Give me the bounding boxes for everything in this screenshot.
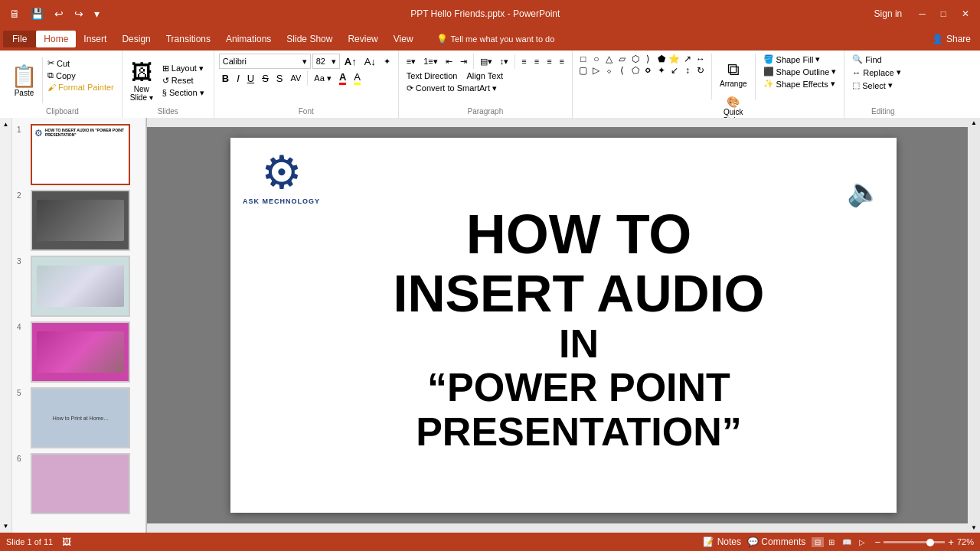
align-text-button[interactable]: Align Text bbox=[463, 70, 506, 81]
highlight-color-button[interactable]: A bbox=[351, 70, 364, 86]
decrease-indent-button[interactable]: ⇤ bbox=[443, 56, 456, 67]
customize-qat-icon[interactable]: ▾ bbox=[91, 6, 103, 21]
sign-in-link[interactable]: Sign in bbox=[868, 7, 909, 21]
menu-animations[interactable]: Animations bbox=[218, 31, 279, 47]
shape-diag-arrow[interactable]: ↗ bbox=[681, 54, 694, 64]
panel-scroll-up[interactable]: ▲ bbox=[0, 118, 11, 128]
layout-button[interactable]: ⊞ Layout ▾ bbox=[159, 63, 207, 74]
align-right-button[interactable]: ≡ bbox=[544, 56, 554, 67]
tell-me-text[interactable]: Tell me what you want to do bbox=[451, 34, 555, 44]
numbering-button[interactable]: 1≡▾ bbox=[420, 56, 441, 67]
menu-transitions[interactable]: Transitions bbox=[158, 31, 218, 47]
shape-effects-button[interactable]: ✨ Shape Effects ▾ bbox=[760, 78, 840, 90]
shape-chevron-l[interactable]: ⟨ bbox=[616, 65, 629, 76]
shape-horiz-arrow[interactable]: ↔ bbox=[694, 54, 707, 64]
arrange-button[interactable]: ⧉ Arrange bbox=[717, 54, 750, 93]
shape-hex[interactable]: ⬡ bbox=[629, 54, 642, 64]
underline-button[interactable]: U bbox=[244, 72, 257, 85]
slide-thumb-6[interactable] bbox=[31, 453, 130, 514]
columns-button[interactable]: ▤▾ bbox=[477, 56, 495, 67]
clear-format-button[interactable]: ✦ bbox=[381, 56, 394, 67]
strikethrough-button[interactable]: S bbox=[259, 72, 272, 85]
paste-button[interactable]: 📋 Paste bbox=[8, 57, 41, 103]
shadow-button[interactable]: S bbox=[273, 72, 286, 85]
shape-rounded-rect[interactable]: ▢ bbox=[577, 65, 590, 76]
shape-diamond[interactable]: ⬟ bbox=[655, 54, 668, 64]
slide-item-4[interactable]: 4 bbox=[17, 321, 141, 383]
shape-cross[interactable]: ✦ bbox=[655, 65, 668, 76]
save-icon[interactable]: 💾 bbox=[28, 6, 47, 21]
shape-star[interactable]: ⭐ bbox=[668, 54, 681, 64]
scroll-up-btn[interactable]: ▲ bbox=[969, 118, 978, 128]
shape-oval[interactable]: ⭘ bbox=[642, 65, 655, 76]
section-button[interactable]: § Section ▾ bbox=[159, 87, 207, 99]
slide-item-5[interactable]: 5 How to Print at Home... bbox=[17, 387, 141, 448]
text-direction-button[interactable]: Text Direction bbox=[403, 70, 461, 81]
case-button[interactable]: Aa ▾ bbox=[311, 73, 335, 84]
reading-view-button[interactable]: 📖 bbox=[839, 537, 854, 547]
increase-font-button[interactable]: A↑ bbox=[341, 55, 360, 68]
menu-slideshow[interactable]: Slide Show bbox=[279, 31, 340, 47]
maximize-button[interactable]: □ bbox=[936, 7, 951, 21]
shape-arrow1[interactable]: ⟩ bbox=[642, 54, 655, 64]
center-button[interactable]: ≡ bbox=[531, 56, 542, 67]
font-name-selector[interactable]: Calibri ▾ bbox=[219, 54, 311, 69]
font-color-button[interactable]: A bbox=[336, 70, 349, 86]
share-area[interactable]: 👤 Share bbox=[932, 34, 977, 44]
slide-item-6[interactable]: 6 bbox=[17, 453, 141, 514]
italic-button[interactable]: I bbox=[234, 72, 243, 85]
slide-sorter-button[interactable]: ⊞ bbox=[825, 537, 838, 547]
slide-thumb-5[interactable]: How to Print at Home... bbox=[31, 387, 130, 448]
menu-view[interactable]: View bbox=[386, 31, 421, 47]
panel-scroll-down[interactable]: ▼ bbox=[0, 523, 11, 533]
shape-parallelogram[interactable]: ▱ bbox=[616, 54, 629, 64]
zoom-out-button[interactable]: − bbox=[874, 536, 880, 548]
font-size-selector[interactable]: 82 ▾ bbox=[312, 54, 340, 69]
canvas-bottom-scroll[interactable] bbox=[147, 523, 968, 533]
comments-button[interactable]: 💬 Comments bbox=[747, 536, 805, 547]
shape-circle[interactable]: ○ bbox=[590, 54, 603, 64]
format-painter-button[interactable]: 🖌 Format Painter bbox=[44, 82, 117, 93]
shape-pent[interactable]: ⬠ bbox=[629, 65, 642, 76]
copy-button[interactable]: ⧉ Copy bbox=[44, 70, 117, 81]
convert-smartart-button[interactable]: ⟳ Convert to SmartArt ▾ bbox=[403, 83, 500, 94]
cut-button[interactable]: ✂ Cut bbox=[44, 57, 117, 69]
shape-fill-button[interactable]: 🪣 Shape Fill ▾ bbox=[760, 54, 840, 65]
undo-icon[interactable]: ↩ bbox=[51, 6, 67, 21]
select-button[interactable]: ⬚ Select ▾ bbox=[849, 80, 896, 91]
find-button[interactable]: 🔍 Find bbox=[849, 54, 884, 65]
align-left-button[interactable]: ≡ bbox=[518, 56, 529, 67]
slide-thumb-4[interactable] bbox=[31, 321, 130, 383]
menu-file[interactable]: File bbox=[3, 31, 36, 47]
shape-triangle[interactable]: △ bbox=[603, 54, 616, 64]
increase-indent-button[interactable]: ⇥ bbox=[457, 56, 470, 67]
slide-thumb-2[interactable] bbox=[31, 190, 130, 251]
menu-review[interactable]: Review bbox=[340, 31, 385, 47]
menu-design[interactable]: Design bbox=[114, 31, 158, 47]
canvas-right-scroll[interactable]: ▲ ▼ bbox=[968, 118, 980, 533]
shape-down-arrow[interactable]: ↙ bbox=[668, 65, 681, 76]
notes-button[interactable]: 📝 Notes bbox=[703, 536, 741, 547]
slide-item-1[interactable]: 1 ⚙ HOW TO INSERT AUDIO IN "POWER POINT … bbox=[17, 124, 141, 185]
redo-icon[interactable]: ↪ bbox=[71, 6, 87, 21]
shape-outline-button[interactable]: ⬛ Shape Outline ▾ bbox=[760, 66, 840, 77]
close-button[interactable]: ✕ bbox=[957, 7, 974, 21]
slideshow-button[interactable]: ▷ bbox=[856, 537, 868, 547]
menu-insert[interactable]: Insert bbox=[76, 31, 114, 47]
replace-button[interactable]: ↔ Replace ▾ bbox=[849, 67, 903, 78]
shape-rhombus[interactable]: ⬦ bbox=[603, 65, 616, 76]
zoom-in-button[interactable]: + bbox=[948, 536, 954, 548]
audio-icon[interactable]: 🔈 bbox=[847, 176, 881, 208]
bullets-button[interactable]: ≡▾ bbox=[403, 56, 419, 67]
shape-rect[interactable]: □ bbox=[577, 54, 590, 64]
char-spacing-button[interactable]: AV bbox=[288, 73, 305, 83]
justify-button[interactable]: ≡ bbox=[557, 56, 567, 67]
menu-home[interactable]: Home bbox=[36, 31, 76, 47]
line-spacing-button[interactable]: ↕▾ bbox=[497, 56, 512, 67]
slide-thumb-1[interactable]: ⚙ HOW TO INSERT AUDIO IN "POWER POINT PR… bbox=[31, 124, 130, 185]
scroll-down-btn[interactable]: ▼ bbox=[969, 523, 978, 533]
slide-item-2[interactable]: 2 bbox=[17, 190, 141, 251]
decrease-font-button[interactable]: A↓ bbox=[361, 55, 379, 68]
shape-right-tri[interactable]: ▷ bbox=[590, 65, 603, 76]
zoom-level[interactable]: 72% bbox=[957, 537, 974, 546]
